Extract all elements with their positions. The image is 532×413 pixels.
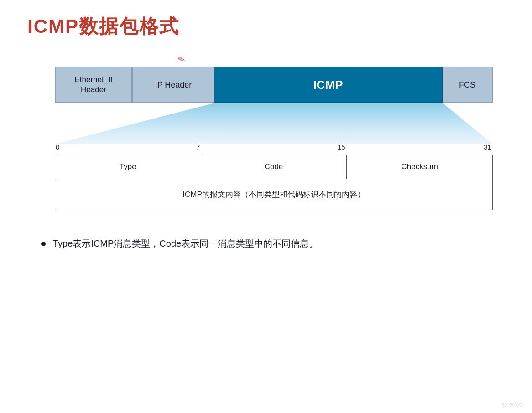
- checksum-cell: Checksum: [347, 155, 493, 179]
- content-row: ICMP的报文内容（不同类型和代码标识不同的内容）: [55, 179, 493, 210]
- trapezoid-svg: [55, 103, 493, 144]
- code-cell: Code: [201, 155, 347, 179]
- bit-label-31: 31: [484, 143, 491, 151]
- bit-label-0: 0: [56, 143, 59, 151]
- pencil-icon: ✎: [177, 54, 187, 66]
- ip-header-block: IP Header: [132, 67, 214, 103]
- page-title: ICMP数据包格式: [27, 14, 505, 39]
- svg-marker-0: [55, 103, 493, 144]
- icmp-content-cell: ICMP的报文内容（不同类型和代码标识不同的内容）: [55, 179, 493, 210]
- icmp-detail-table: Type Code Checksum ICMP的报文内容（不同类型和代码标识不同…: [55, 155, 493, 210]
- icmp-block: ICMP: [214, 67, 443, 103]
- bullet-text: Type表示ICMP消息类型，Code表示同一消息类型中的不同信息。: [53, 237, 318, 250]
- bit-label-7: 7: [196, 143, 200, 151]
- bullet-dot: [41, 242, 46, 246]
- ethernet-block: Ethernet_IIHeader: [55, 67, 132, 103]
- watermark: 6235422: [501, 402, 523, 408]
- type-cell: Type: [55, 155, 201, 179]
- bullet-note: Type表示ICMP消息类型，Code表示同一消息类型中的不同信息。: [41, 237, 505, 250]
- fcs-block: FCS: [443, 67, 493, 103]
- trapezoid-connector: [55, 103, 493, 144]
- packet-diagram-row: Ethernet_IIHeader IP Header ICMP FCS: [55, 67, 493, 103]
- bit-label-15: 15: [338, 143, 345, 151]
- header-fields-row: Type Code Checksum: [55, 155, 493, 179]
- page-container: ICMP数据包格式 ✎ Ethernet_IIHeader IP Header …: [0, 0, 532, 413]
- bit-number-labels: 0 7 15 31: [55, 143, 493, 155]
